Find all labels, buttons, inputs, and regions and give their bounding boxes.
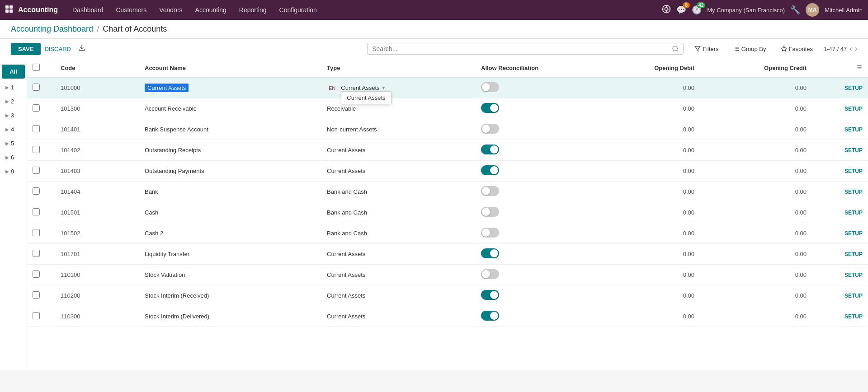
- account-name-3[interactable]: Outstanding Receipts: [139, 140, 321, 161]
- type-text: Current Assets: [327, 251, 365, 257]
- account-name-1[interactable]: Account Receivable: [139, 98, 321, 119]
- checkbox-10[interactable]: [33, 291, 40, 299]
- pagination-prev[interactable]: ‹: [849, 45, 852, 53]
- dropdown-arrow-icon[interactable]: ▼: [382, 85, 386, 90]
- checkbox-9[interactable]: [33, 271, 40, 278]
- breadcrumb-link[interactable]: Accounting Dashboard: [11, 24, 93, 34]
- setup-8: SETUP: [812, 244, 868, 265]
- download-button[interactable]: [75, 42, 89, 56]
- toggle-8[interactable]: [481, 248, 499, 258]
- checkbox-1[interactable]: [33, 104, 40, 112]
- account-name-7[interactable]: Cash 2: [139, 223, 321, 244]
- toggle-7[interactable]: [481, 228, 499, 238]
- toggle-1[interactable]: [481, 103, 499, 113]
- opening-debit-8: 0.00: [588, 244, 700, 265]
- setup-button-4[interactable]: SETUP: [844, 168, 863, 174]
- setup-button-1[interactable]: SETUP: [844, 106, 863, 112]
- setup-button-7[interactable]: SETUP: [844, 230, 863, 237]
- nav-reporting[interactable]: Reporting: [234, 4, 272, 16]
- account-name-4[interactable]: Outstanding Payments: [139, 161, 321, 182]
- activity-icon[interactable]: 🕐 42: [692, 5, 702, 15]
- support-icon[interactable]: [662, 5, 671, 16]
- toggle-3[interactable]: [481, 145, 499, 154]
- toggle-11[interactable]: [481, 311, 499, 321]
- company-name[interactable]: My Company (San Francisco): [707, 7, 785, 14]
- setup-button-6[interactable]: SETUP: [844, 210, 863, 216]
- discard-button[interactable]: DISCARD: [41, 43, 75, 55]
- setup-button-10[interactable]: SETUP: [844, 293, 863, 299]
- toggle-knob: [490, 145, 498, 154]
- username: Mitchell Admin: [825, 7, 863, 14]
- account-name-10[interactable]: Stock Interim (Received): [139, 285, 321, 306]
- sidebar-item-2[interactable]: ▶ 2: [0, 94, 27, 108]
- checkbox-6[interactable]: [33, 208, 40, 215]
- sidebar-label-1: 1: [11, 84, 14, 91]
- chevron-icon-3: ▶: [5, 113, 9, 118]
- account-name-9[interactable]: Stock Valuation: [139, 265, 321, 285]
- setup-button-0[interactable]: SETUP: [844, 85, 863, 91]
- checkbox-2[interactable]: [33, 125, 40, 132]
- account-name-11[interactable]: Stock Interim (Delivered): [139, 306, 321, 327]
- table-area: Code Account Name Type Allow Reconciliat…: [27, 59, 868, 370]
- group-by-button[interactable]: Group By: [730, 44, 770, 54]
- filters-button[interactable]: Filters: [691, 44, 722, 54]
- checkbox-7[interactable]: [33, 229, 40, 236]
- checkbox-4[interactable]: [33, 167, 40, 174]
- sidebar-item-9[interactable]: ▶ 9: [0, 164, 27, 178]
- checkbox-11[interactable]: [33, 312, 40, 319]
- toggle-9[interactable]: [481, 269, 499, 279]
- nav-accounting[interactable]: Accounting: [190, 4, 232, 16]
- checkbox-5[interactable]: [33, 187, 40, 195]
- toggle-10[interactable]: [481, 290, 499, 300]
- nav-customers[interactable]: Customers: [111, 4, 152, 16]
- search-input[interactable]: [372, 45, 671, 52]
- toggle-4[interactable]: [481, 165, 499, 175]
- settings-icon[interactable]: 🔧: [790, 5, 800, 15]
- checkbox-8[interactable]: [33, 250, 40, 257]
- save-button[interactable]: SAVE: [11, 43, 41, 55]
- row-checkbox-6: [27, 202, 55, 223]
- account-name-6[interactable]: Cash: [139, 202, 321, 223]
- search-bar[interactable]: [367, 43, 684, 55]
- checkbox-3[interactable]: [33, 146, 40, 153]
- checkbox-0[interactable]: [33, 84, 40, 91]
- toggle-5[interactable]: [481, 186, 499, 196]
- setup-button-3[interactable]: SETUP: [844, 147, 863, 154]
- type-dropdown[interactable]: Current Assets▼Current Assets: [341, 84, 386, 91]
- setup-button-11[interactable]: SETUP: [844, 313, 863, 320]
- grid-icon[interactable]: [5, 5, 14, 15]
- account-name-0[interactable]: Current Assets: [139, 77, 321, 98]
- setup-button-9[interactable]: SETUP: [844, 272, 863, 278]
- messages-icon[interactable]: 💬 8: [676, 5, 686, 15]
- table-row: 101403Outstanding PaymentsCurrent Assets…: [27, 161, 868, 182]
- reconciliation-7: [476, 223, 588, 244]
- select-all-checkbox[interactable]: [33, 64, 40, 71]
- account-name-2[interactable]: Bank Suspense Account: [139, 119, 321, 140]
- sidebar-all[interactable]: All: [2, 65, 25, 79]
- account-name-5[interactable]: Bank: [139, 182, 321, 202]
- code-0: 101000: [55, 77, 139, 98]
- sidebar-item-3[interactable]: ▶ 3: [0, 108, 27, 122]
- sidebar-item-6[interactable]: ▶ 6: [0, 150, 27, 164]
- nav-vendors[interactable]: Vendors: [154, 4, 188, 16]
- avatar[interactable]: MA: [806, 3, 819, 17]
- account-name-8[interactable]: Liquidity Transfer: [139, 244, 321, 265]
- sidebar-item-5[interactable]: ▶ 5: [0, 136, 27, 150]
- nav-dashboard[interactable]: Dashboard: [67, 4, 109, 16]
- toggle-0[interactable]: [481, 82, 499, 92]
- toggle-2[interactable]: [481, 124, 499, 134]
- toggle-6[interactable]: [481, 207, 499, 217]
- nav-configuration[interactable]: Configuration: [274, 4, 322, 16]
- setup-button-8[interactable]: SETUP: [844, 251, 863, 257]
- sidebar-item-4[interactable]: ▶ 4: [0, 122, 27, 136]
- favorites-button[interactable]: Favorites: [777, 44, 816, 54]
- opening-credit-8: 0.00: [700, 244, 812, 265]
- setup-button-5[interactable]: SETUP: [844, 189, 863, 195]
- column-settings-icon[interactable]: [856, 64, 863, 70]
- pagination-next[interactable]: ›: [855, 45, 857, 53]
- sidebar-item-1[interactable]: ▶ 1: [0, 80, 27, 94]
- app-brand[interactable]: Accounting: [18, 6, 58, 14]
- type-text: Current Assets: [341, 84, 379, 91]
- row-checkbox-3: [27, 140, 55, 161]
- setup-button-2[interactable]: SETUP: [844, 126, 863, 133]
